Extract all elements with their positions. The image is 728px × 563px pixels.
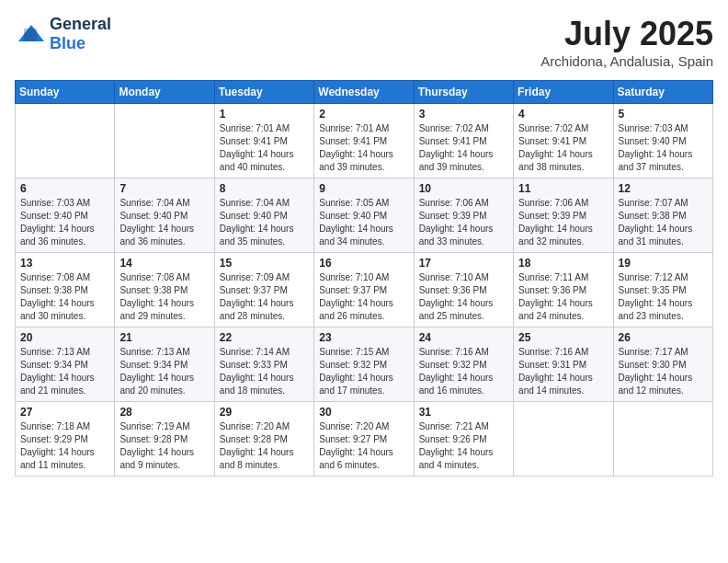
day-number: 1 — [220, 108, 309, 121]
calendar-day-cell: 16Sunrise: 7:10 AMSunset: 9:37 PMDayligh… — [314, 253, 414, 327]
calendar-day-cell: 6Sunrise: 7:03 AMSunset: 9:40 PMDaylight… — [16, 178, 115, 253]
day-detail: Sunrise: 7:20 AMSunset: 9:28 PMDaylight:… — [220, 420, 309, 472]
calendar-day-cell: 30Sunrise: 7:20 AMSunset: 9:27 PMDayligh… — [314, 402, 414, 477]
day-number: 17 — [419, 257, 508, 270]
day-detail: Sunrise: 7:01 AMSunset: 9:41 PMDaylight:… — [319, 122, 408, 174]
day-number: 10 — [419, 182, 508, 195]
day-number: 2 — [319, 108, 408, 121]
calendar-week-row: 1Sunrise: 7:01 AMSunset: 9:41 PMDaylight… — [16, 104, 713, 178]
day-detail: Sunrise: 7:06 AMSunset: 9:39 PMDaylight:… — [518, 197, 608, 248]
calendar-table: SundayMondayTuesdayWednesdayThursdayFrid… — [15, 80, 713, 477]
day-number: 29 — [220, 406, 309, 419]
day-detail: Sunrise: 7:01 AMSunset: 9:41 PMDaylight:… — [220, 122, 309, 174]
calendar-day-cell: 23Sunrise: 7:15 AMSunset: 9:32 PMDayligh… — [314, 327, 414, 402]
calendar-day-cell — [613, 402, 712, 477]
calendar-week-row: 27Sunrise: 7:18 AMSunset: 9:29 PMDayligh… — [16, 402, 713, 477]
day-detail: Sunrise: 7:13 AMSunset: 9:34 PMDaylight:… — [119, 346, 209, 397]
day-detail: Sunrise: 7:07 AMSunset: 9:38 PMDaylight:… — [619, 197, 708, 248]
day-number: 11 — [518, 182, 608, 195]
calendar-day-cell: 15Sunrise: 7:09 AMSunset: 9:37 PMDayligh… — [214, 253, 313, 327]
calendar-header-row: SundayMondayTuesdayWednesdayThursdayFrid… — [16, 81, 713, 104]
calendar-day-cell: 2Sunrise: 7:01 AMSunset: 9:41 PMDaylight… — [314, 104, 414, 178]
day-of-week-header: Tuesday — [214, 81, 313, 104]
day-of-week-header: Friday — [514, 81, 613, 104]
calendar-day-cell: 5Sunrise: 7:03 AMSunset: 9:40 PMDaylight… — [613, 104, 712, 178]
calendar-day-cell: 28Sunrise: 7:19 AMSunset: 9:28 PMDayligh… — [115, 402, 214, 477]
day-detail: Sunrise: 7:04 AMSunset: 9:40 PMDaylight:… — [119, 197, 209, 248]
day-detail: Sunrise: 7:13 AMSunset: 9:34 PMDaylight:… — [20, 346, 109, 397]
day-number: 27 — [20, 406, 109, 419]
page-header: General Blue July 2025 Archidona, Andalu… — [15, 15, 713, 69]
title-block: July 2025 Archidona, Andalusia, Spain — [540, 15, 713, 69]
logo-general: General — [50, 15, 111, 33]
day-of-week-header: Thursday — [414, 81, 513, 104]
calendar-day-cell — [115, 104, 214, 178]
day-number: 14 — [119, 257, 209, 270]
calendar-day-cell: 10Sunrise: 7:06 AMSunset: 9:39 PMDayligh… — [414, 178, 513, 253]
day-number: 12 — [619, 182, 708, 195]
calendar-day-cell: 24Sunrise: 7:16 AMSunset: 9:32 PMDayligh… — [414, 327, 513, 402]
day-number: 15 — [220, 257, 309, 270]
day-number: 28 — [119, 406, 209, 419]
calendar-day-cell — [514, 402, 613, 477]
calendar-day-cell: 17Sunrise: 7:10 AMSunset: 9:36 PMDayligh… — [414, 253, 513, 327]
calendar-week-row: 6Sunrise: 7:03 AMSunset: 9:40 PMDaylight… — [16, 178, 713, 253]
day-number: 21 — [119, 331, 209, 344]
day-number: 8 — [220, 182, 309, 195]
calendar-day-cell: 3Sunrise: 7:02 AMSunset: 9:41 PMDaylight… — [414, 104, 513, 178]
day-of-week-header: Monday — [115, 81, 214, 104]
day-number: 20 — [20, 331, 109, 344]
day-detail: Sunrise: 7:03 AMSunset: 9:40 PMDaylight:… — [619, 122, 708, 174]
day-detail: Sunrise: 7:20 AMSunset: 9:27 PMDaylight:… — [319, 420, 408, 472]
day-detail: Sunrise: 7:06 AMSunset: 9:39 PMDaylight:… — [419, 197, 508, 248]
calendar-day-cell: 1Sunrise: 7:01 AMSunset: 9:41 PMDaylight… — [214, 104, 313, 178]
day-detail: Sunrise: 7:15 AMSunset: 9:32 PMDaylight:… — [319, 346, 408, 397]
day-number: 26 — [619, 331, 708, 344]
calendar-day-cell: 9Sunrise: 7:05 AMSunset: 9:40 PMDaylight… — [314, 178, 414, 253]
day-detail: Sunrise: 7:21 AMSunset: 9:26 PMDaylight:… — [419, 420, 508, 472]
day-detail: Sunrise: 7:19 AMSunset: 9:28 PMDaylight:… — [119, 420, 209, 472]
day-number: 5 — [619, 108, 708, 121]
day-detail: Sunrise: 7:11 AMSunset: 9:36 PMDaylight:… — [518, 271, 608, 323]
day-number: 23 — [319, 331, 408, 344]
location-title: Archidona, Andalusia, Spain — [540, 53, 713, 69]
calendar-day-cell: 4Sunrise: 7:02 AMSunset: 9:41 PMDaylight… — [514, 104, 613, 178]
calendar-day-cell: 27Sunrise: 7:18 AMSunset: 9:29 PMDayligh… — [16, 402, 115, 477]
day-detail: Sunrise: 7:05 AMSunset: 9:40 PMDaylight:… — [319, 197, 408, 248]
day-of-week-header: Saturday — [613, 81, 712, 104]
calendar-day-cell: 22Sunrise: 7:14 AMSunset: 9:33 PMDayligh… — [214, 327, 313, 402]
day-number: 18 — [518, 257, 608, 270]
day-of-week-header: Sunday — [16, 81, 115, 104]
calendar-day-cell — [16, 104, 115, 178]
day-number: 25 — [518, 331, 608, 344]
calendar-day-cell: 21Sunrise: 7:13 AMSunset: 9:34 PMDayligh… — [115, 327, 214, 402]
month-title: July 2025 — [540, 15, 713, 53]
calendar-day-cell: 26Sunrise: 7:17 AMSunset: 9:30 PMDayligh… — [613, 327, 712, 402]
day-number: 31 — [419, 406, 508, 419]
day-detail: Sunrise: 7:14 AMSunset: 9:33 PMDaylight:… — [220, 346, 309, 397]
calendar-day-cell: 7Sunrise: 7:04 AMSunset: 9:40 PMDaylight… — [115, 178, 214, 253]
day-number: 9 — [319, 182, 408, 195]
day-detail: Sunrise: 7:08 AMSunset: 9:38 PMDaylight:… — [20, 271, 109, 323]
day-detail: Sunrise: 7:03 AMSunset: 9:40 PMDaylight:… — [20, 197, 109, 248]
day-detail: Sunrise: 7:16 AMSunset: 9:31 PMDaylight:… — [518, 346, 608, 397]
day-number: 16 — [319, 257, 408, 270]
day-detail: Sunrise: 7:16 AMSunset: 9:32 PMDaylight:… — [419, 346, 508, 397]
day-detail: Sunrise: 7:02 AMSunset: 9:41 PMDaylight:… — [419, 122, 508, 174]
logo-icon — [15, 21, 48, 47]
day-detail: Sunrise: 7:04 AMSunset: 9:40 PMDaylight:… — [220, 197, 309, 248]
day-number: 22 — [220, 331, 309, 344]
logo: General Blue — [15, 15, 111, 53]
day-number: 30 — [319, 406, 408, 419]
day-detail: Sunrise: 7:17 AMSunset: 9:30 PMDaylight:… — [619, 346, 708, 397]
day-number: 24 — [419, 331, 508, 344]
calendar-week-row: 13Sunrise: 7:08 AMSunset: 9:38 PMDayligh… — [16, 253, 713, 327]
day-number: 3 — [419, 108, 508, 121]
logo-text: General Blue — [50, 15, 111, 53]
calendar-day-cell: 19Sunrise: 7:12 AMSunset: 9:35 PMDayligh… — [613, 253, 712, 327]
day-number: 7 — [119, 182, 209, 195]
calendar-day-cell: 29Sunrise: 7:20 AMSunset: 9:28 PMDayligh… — [214, 402, 313, 477]
day-number: 6 — [20, 182, 109, 195]
calendar-day-cell: 20Sunrise: 7:13 AMSunset: 9:34 PMDayligh… — [16, 327, 115, 402]
logo-blue: Blue — [50, 34, 85, 52]
